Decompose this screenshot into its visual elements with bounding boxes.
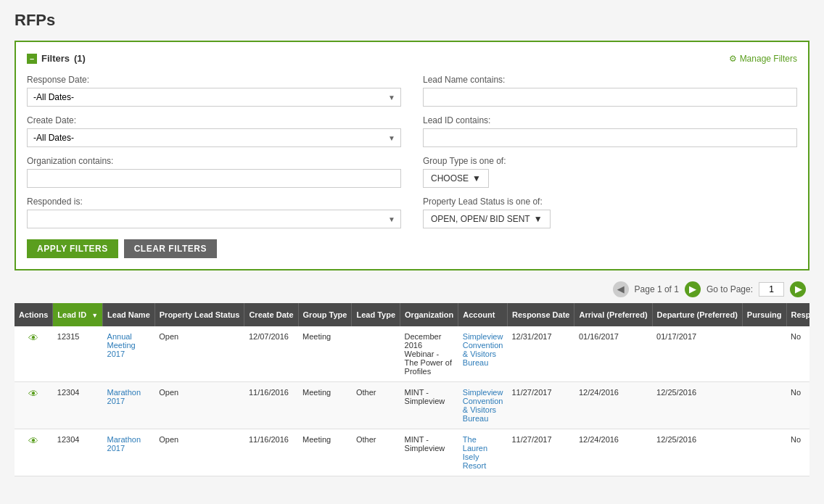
responded-label: Responded is:: [27, 197, 401, 207]
row-account: The Lauren Isely Resort: [458, 429, 508, 476]
row-arrival: 12/24/2016: [574, 382, 652, 429]
row-status: Open: [154, 326, 244, 382]
filters-label: Filters: [41, 53, 70, 64]
col-header-leadname[interactable]: Lead Name: [103, 303, 155, 326]
row-grouptype: Meeting: [298, 429, 352, 476]
filters-grid: Response Date: -All Dates- ▼ Lead Name c…: [27, 75, 797, 228]
next-page-button[interactable]: ▶: [685, 281, 701, 297]
filter-responded: Responded is: ▼: [27, 197, 401, 228]
row-status: Open: [154, 382, 244, 429]
row-responsedate: 11/27/2017: [507, 382, 574, 429]
pagination-bar: ◀ Page 1 of 1 ▶ Go to Page: ▶: [15, 281, 809, 297]
go-to-label: Go to Page:: [706, 284, 753, 294]
row-departure: 12/25/2016: [652, 382, 742, 429]
leadname-link[interactable]: Marathon 2017: [107, 435, 141, 453]
page-number-input[interactable]: [759, 282, 784, 297]
row-leadname: Annual Meeting 2017: [103, 326, 155, 382]
col-header-account[interactable]: Account: [458, 303, 508, 326]
leadname-link[interactable]: Marathon 2017: [107, 388, 141, 405]
rfps-table: Actions Lead ID ▼ Lead Name Property Lea…: [15, 303, 809, 476]
row-arrival: 12/24/2016: [574, 429, 652, 476]
col-header-status[interactable]: Property Lead Status: [154, 303, 244, 326]
row-createdate: 11/16/2016: [244, 429, 298, 476]
apply-filters-button[interactable]: APPLY FILTERS: [27, 239, 118, 258]
page-info: Page 1 of 1: [635, 284, 679, 294]
responded-select[interactable]: [27, 210, 401, 228]
row-createdate: 11/16/2016: [244, 382, 298, 429]
chevron-down-icon: ▼: [534, 214, 543, 224]
col-header-createdate[interactable]: Create Date: [244, 303, 298, 326]
organization-label: Organization contains:: [27, 156, 401, 166]
group-type-button[interactable]: CHOOSE ▼: [423, 169, 489, 188]
row-leadtype: [352, 326, 400, 382]
go-to-page-button[interactable]: ▶: [790, 281, 806, 297]
row-status: Open: [154, 429, 244, 476]
col-header-responsedate[interactable]: Response Date: [507, 303, 574, 326]
row-account: Simpleview Convention & Visitors Bureau: [458, 382, 508, 429]
sort-icon: ▼: [91, 312, 98, 319]
row-actions: 👁: [15, 382, 53, 429]
row-pursuing: [742, 429, 786, 476]
row-grouptype: Meeting: [298, 382, 352, 429]
create-date-select[interactable]: -All Dates-: [27, 128, 401, 147]
clear-filters-button[interactable]: CLEAR FILTERS: [124, 239, 217, 258]
row-actions: 👁: [15, 326, 53, 382]
response-date-wrapper: -All Dates- ▼: [27, 88, 401, 107]
page-title: RFPs: [15, 11, 809, 30]
row-leadid: 12315: [53, 326, 103, 382]
filter-organization: Organization contains:: [27, 156, 401, 188]
row-createdate: 12/07/2016: [244, 326, 298, 382]
filters-actions: APPLY FILTERS CLEAR FILTERS: [27, 239, 797, 258]
prev-page-button[interactable]: ◀: [613, 281, 629, 297]
row-org: MINT - Simpleview: [400, 429, 458, 476]
filter-create-date: Create Date: -All Dates- ▼: [27, 115, 401, 147]
table-row: 👁 12304 Marathon 2017 Open 11/16/2016 Me…: [15, 382, 809, 429]
responded-wrapper: ▼: [27, 210, 401, 228]
leadname-link[interactable]: Annual Meeting 2017: [107, 332, 136, 358]
account-link[interactable]: Simpleview Convention & Visitors Bureau: [463, 388, 503, 423]
table-header-row: Actions Lead ID ▼ Lead Name Property Lea…: [15, 303, 809, 326]
account-link[interactable]: The Lauren Isely Resort: [463, 435, 487, 470]
property-lead-status-label: Property Lead Status is one of:: [423, 197, 797, 207]
filter-property-lead-status: Property Lead Status is one of: OPEN, OP…: [423, 197, 797, 228]
col-header-org[interactable]: Organization: [400, 303, 458, 326]
account-link[interactable]: Simpleview Convention & Visitors Bureau: [463, 332, 503, 367]
row-responded: No: [786, 382, 809, 429]
property-lead-status-button[interactable]: OPEN, OPEN/ BID SENT ▼: [423, 210, 551, 228]
row-responded: No: [786, 326, 809, 382]
organization-input[interactable]: [27, 169, 401, 188]
filter-lead-id: Lead ID contains:: [423, 115, 797, 147]
group-type-label: Group Type is one of:: [423, 156, 797, 166]
table-row: 👁 12315 Annual Meeting 2017 Open 12/07/2…: [15, 326, 809, 382]
filters-header: – Filters (1) ⚙ Manage Filters: [27, 53, 797, 64]
row-grouptype: Meeting: [298, 326, 352, 382]
row-responsedate: 12/31/2017: [507, 326, 574, 382]
row-arrival: 01/16/2017: [574, 326, 652, 382]
lead-name-input[interactable]: [423, 88, 797, 107]
view-button[interactable]: 👁: [28, 435, 38, 447]
view-button[interactable]: 👁: [28, 388, 38, 400]
create-date-wrapper: -All Dates- ▼: [27, 128, 401, 147]
col-header-responded[interactable]: Responded: [786, 303, 809, 326]
response-date-label: Response Date:: [27, 75, 401, 85]
manage-filters-link[interactable]: ⚙ Manage Filters: [729, 54, 797, 64]
response-date-select[interactable]: -All Dates-: [27, 88, 401, 107]
col-header-pursuing[interactable]: Pursuing: [742, 303, 786, 326]
row-leadname: Marathon 2017: [103, 429, 155, 476]
row-leadtype: Other: [352, 429, 400, 476]
col-header-departure[interactable]: Departure (Preferred): [652, 303, 742, 326]
page-container: RFPs – Filters (1) ⚙ Manage Filters Resp…: [0, 0, 824, 504]
col-header-leadid[interactable]: Lead ID ▼: [53, 303, 103, 326]
filters-count: (1): [74, 53, 86, 64]
lead-id-input[interactable]: [423, 128, 797, 147]
row-departure: 12/25/2016: [652, 429, 742, 476]
col-header-grouptype[interactable]: Group Type: [298, 303, 352, 326]
row-departure: 01/17/2017: [652, 326, 742, 382]
view-button[interactable]: 👁: [28, 332, 38, 344]
filters-toggle-icon[interactable]: –: [27, 54, 37, 64]
col-header-leadtype[interactable]: Lead Type: [352, 303, 400, 326]
filters-title: – Filters (1): [27, 53, 86, 64]
row-org: MINT - Simpleview: [400, 382, 458, 429]
row-account: Simpleview Convention & Visitors Bureau: [458, 326, 508, 382]
col-header-arrival[interactable]: Arrival (Preferred): [574, 303, 652, 326]
